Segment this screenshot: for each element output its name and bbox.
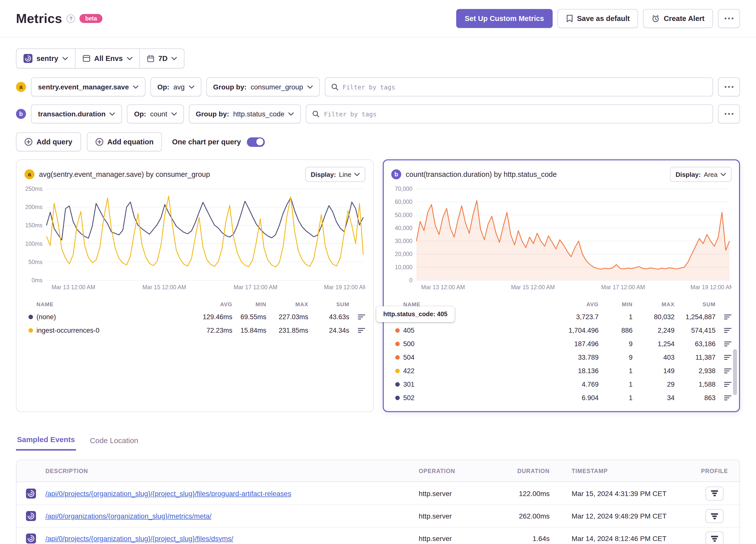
add-query-button[interactable]: Add query bbox=[16, 132, 81, 151]
summary-row[interactable]: (none)129.46ms69.55ms227.03ms43.63s bbox=[24, 310, 365, 324]
svg-text:Mar 13 12:00 AM: Mar 13 12:00 AM bbox=[51, 284, 95, 290]
page-title: Metrics bbox=[16, 11, 62, 26]
focus-series-icon[interactable] bbox=[716, 368, 732, 374]
summary-row[interactable]: 4051,704.4968862,249574,415 bbox=[391, 324, 732, 337]
display-label: Display: bbox=[676, 171, 701, 178]
query-badge-b: b bbox=[391, 169, 401, 179]
metrics-page: Metrics ? beta Set Up Custom Metrics Sav… bbox=[0, 0, 756, 544]
table-scrollbar-thumb[interactable] bbox=[733, 349, 737, 395]
tab-sampled-events[interactable]: Sampled Events bbox=[16, 435, 76, 451]
chart-summary-table: NAME AVG MIN MAX SUM 3,723.7180,0321,254… bbox=[391, 298, 732, 405]
focus-series-icon[interactable] bbox=[716, 395, 732, 401]
query-badge-a: a bbox=[24, 169, 34, 179]
summary-row[interactable]: 500187.49691,25463,186 bbox=[391, 337, 732, 351]
event-description-link[interactable]: /api/0/projects/{organization_slug}/{pro… bbox=[45, 489, 291, 497]
series-avg: 3,723.7 bbox=[546, 313, 599, 321]
svg-text:Mar 17 12:00 AM: Mar 17 12:00 AM bbox=[234, 284, 277, 290]
tag-filter-input[interactable]: Filter by tags bbox=[325, 77, 713, 96]
save-as-default-label: Save as default bbox=[577, 14, 630, 22]
svg-text:40,000: 40,000 bbox=[395, 225, 412, 231]
series-sum: 1,588 bbox=[675, 381, 716, 388]
environment-filter[interactable]: All Envs bbox=[75, 49, 139, 68]
col-operation: OPERATION bbox=[405, 468, 485, 474]
line-chart-container[interactable]: 0ms50ms100ms150ms200ms250msMar 13 12:00 … bbox=[24, 186, 365, 293]
events-table-header: DESCRIPTION OPERATION DURATION TIMESTAMP… bbox=[16, 460, 740, 482]
date-range-filter[interactable]: 7D bbox=[139, 49, 184, 68]
display-type-select[interactable]: Display: Line bbox=[305, 167, 365, 182]
event-operation: http.server bbox=[405, 535, 485, 543]
group-by-select[interactable]: Group by: consumer_group bbox=[206, 77, 320, 96]
header-overflow-menu-button[interactable] bbox=[718, 9, 740, 28]
create-alert-button[interactable]: Create Alert bbox=[643, 9, 713, 28]
focus-series-icon[interactable] bbox=[716, 355, 732, 360]
group-by-label: Group by: bbox=[213, 83, 247, 91]
operation-select[interactable]: Op: count bbox=[127, 104, 184, 123]
series-min: 1 bbox=[599, 394, 633, 402]
event-description-link[interactable]: /api/0/projects/{organization_slug}/{pro… bbox=[45, 535, 233, 543]
display-value: Area bbox=[704, 171, 718, 178]
summary-row[interactable]: ingest-occurrences-072.23ms15.84ms231.85… bbox=[24, 324, 365, 337]
query-overflow-menu-button[interactable] bbox=[718, 77, 740, 96]
svg-text:100ms: 100ms bbox=[25, 241, 42, 247]
tab-code-location[interactable]: Code Location bbox=[89, 435, 139, 451]
focus-series-icon[interactable] bbox=[716, 314, 732, 320]
summary-row[interactable]: 42218.13611492,938 bbox=[391, 364, 732, 378]
query-badge-a: a bbox=[16, 82, 26, 92]
sentry-project-icon bbox=[16, 488, 45, 498]
event-operation: http.server bbox=[405, 489, 485, 497]
event-description-link[interactable]: /api/0/organizations/{organization_slug}… bbox=[45, 512, 212, 520]
chevron-down-icon bbox=[133, 85, 138, 89]
project-filter[interactable]: sentry bbox=[16, 49, 75, 68]
chart-panel-a[interactable]: a avg(sentry.event_manager.save) by cons… bbox=[16, 159, 374, 412]
query-row-b: b transaction.duration Op: count Group b… bbox=[16, 104, 740, 123]
add-equation-button[interactable]: Add equation bbox=[87, 132, 162, 151]
operation-select[interactable]: Op: avg bbox=[150, 77, 201, 96]
summary-row[interactable]: 5026.904134863 bbox=[391, 391, 732, 405]
event-row: /api/0/organizations/{organization_slug}… bbox=[16, 505, 740, 527]
summary-row[interactable]: 50433.789940311,387 bbox=[391, 351, 732, 364]
header-actions: Set Up Custom Metrics Save as default Cr… bbox=[456, 9, 740, 28]
view-profile-button[interactable] bbox=[706, 509, 724, 523]
series-min: 1 bbox=[599, 367, 633, 375]
focus-series-icon[interactable] bbox=[716, 341, 732, 347]
plus-circle-icon bbox=[95, 138, 103, 146]
col-avg: AVG bbox=[180, 301, 232, 307]
group-by-label: Group by: bbox=[196, 110, 229, 118]
series-avg: 1,704.496 bbox=[546, 327, 599, 334]
chevron-down-icon bbox=[110, 112, 115, 116]
one-chart-per-query-toggle[interactable] bbox=[247, 137, 265, 147]
page-filter-bar: sentry All Envs 7D bbox=[16, 48, 185, 68]
tag-filter-input[interactable]: Filter by tags bbox=[306, 104, 713, 123]
metric-select[interactable]: sentry.event_manager.save bbox=[31, 77, 145, 96]
display-type-select[interactable]: Display: Area bbox=[670, 167, 732, 182]
beta-badge: beta bbox=[80, 14, 102, 23]
operation-label: Op: bbox=[157, 83, 169, 91]
group-by-select[interactable]: Group by: http.status_code bbox=[189, 104, 301, 123]
chevron-down-icon bbox=[289, 112, 294, 116]
query-overflow-menu-button[interactable] bbox=[718, 104, 740, 123]
series-name: 500 bbox=[403, 340, 546, 348]
chevron-down-icon bbox=[721, 173, 726, 176]
view-profile-button[interactable] bbox=[706, 486, 724, 500]
operation-value: avg bbox=[173, 83, 185, 91]
area-chart-container[interactable]: 010,00020,00030,00040,00050,00060,00070,… bbox=[391, 186, 732, 293]
ellipsis-icon bbox=[725, 113, 734, 115]
chevron-down-icon bbox=[189, 85, 194, 89]
focus-series-icon[interactable] bbox=[716, 382, 732, 387]
col-avg: AVG bbox=[546, 301, 599, 307]
focus-series-icon[interactable] bbox=[349, 328, 365, 333]
chart-panel-b[interactable]: b count(transaction.duration) by http.st… bbox=[383, 159, 740, 412]
metric-select[interactable]: transaction.duration bbox=[31, 104, 122, 123]
series-max: 403 bbox=[633, 354, 675, 361]
line-chart-canvas[interactable]: 0ms50ms100ms150ms200ms250msMar 13 12:00 … bbox=[24, 186, 365, 293]
focus-series-icon[interactable] bbox=[349, 314, 365, 320]
focus-series-icon[interactable] bbox=[716, 328, 732, 333]
area-chart-canvas[interactable]: 010,00020,00030,00040,00050,00060,00070,… bbox=[391, 186, 732, 293]
operation-label: Op: bbox=[134, 110, 146, 118]
save-as-default-button[interactable]: Save as default bbox=[558, 9, 638, 28]
view-profile-button[interactable] bbox=[706, 532, 724, 544]
detail-tabs: Sampled Events Code Location bbox=[16, 435, 740, 451]
help-icon[interactable]: ? bbox=[67, 14, 75, 23]
summary-row[interactable]: 3014.7691291,588 bbox=[391, 378, 732, 391]
setup-custom-metrics-button[interactable]: Set Up Custom Metrics bbox=[456, 9, 552, 28]
